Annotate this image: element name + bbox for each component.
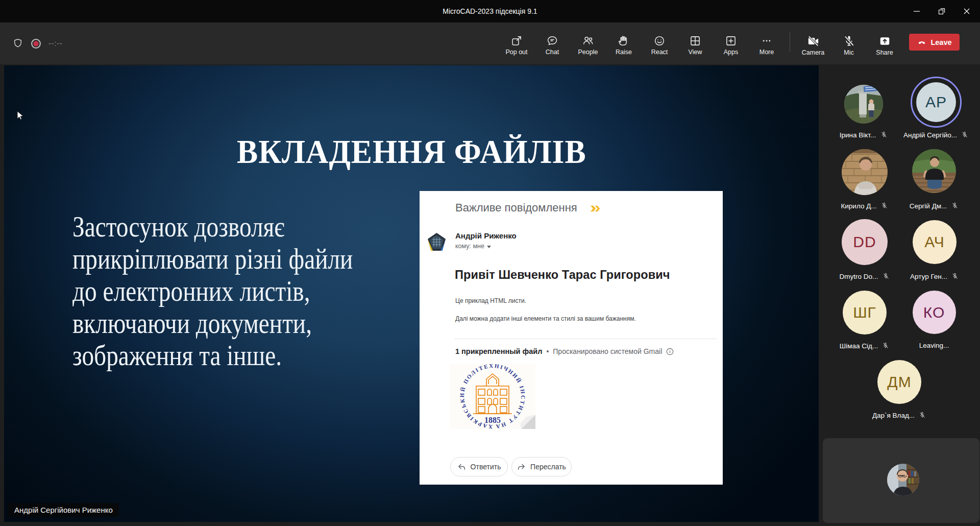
expand-details-icon: [487, 246, 491, 248]
apps-icon: [724, 34, 738, 47]
slide-body-line: до електронних листів,: [72, 275, 353, 307]
attachment-thumbnail[interactable]: ХАРКІВСЬКИЙ ПОЛІТЕХНІЧНИЙ ІНСТИТУТ НАЦІО…: [450, 364, 535, 429]
participant-name-row: Ірина Вікт...: [840, 131, 888, 139]
more-button[interactable]: More: [749, 22, 785, 64]
shield-icon: [12, 37, 23, 50]
restore-icon: [937, 6, 947, 16]
view-label: View: [689, 49, 702, 56]
forward-button[interactable]: Переслать: [511, 457, 572, 476]
mic-off-icon: [950, 202, 959, 210]
mic-off-icon: [881, 342, 890, 350]
participant-avatar[interactable]: ШГ: [843, 291, 887, 334]
logo-year: 1885: [484, 416, 501, 424]
participant-avatar-photo[interactable]: [842, 149, 888, 195]
apps-label: Apps: [724, 49, 739, 56]
participant-avatar-ring: АР: [911, 77, 962, 128]
participants-rail: Ірина Вікт...АРАндрій Сергійо...Кирило Д…: [819, 64, 980, 526]
participant-avatar-photo[interactable]: [844, 85, 883, 124]
participant-avatar-photo[interactable]: [912, 149, 956, 193]
participant-name-row: Шімаа Сід...: [840, 342, 890, 350]
avatar-initials: ДМ: [887, 373, 911, 391]
email-body-line1: Це приклад HTML листи.: [455, 297, 526, 304]
close-button[interactable]: [954, 0, 979, 22]
participant-name: Андрій Сергійо...: [903, 131, 957, 139]
chat-button[interactable]: Chat: [534, 22, 570, 64]
mic-off-icon: [879, 131, 888, 139]
maximize-button[interactable]: [929, 0, 954, 22]
scanned-by-gmail-label: Просканировано системой Gmail: [553, 347, 662, 355]
info-icon[interactable]: [666, 348, 674, 355]
email-subject: Привіт Шевченко Тарас Григорович: [455, 268, 670, 282]
avatar-initials: ШГ: [853, 304, 876, 321]
participant-name-row: Сергій Дм...: [910, 202, 959, 210]
slide-body-text: Застосунок дозволяєприкріплювати різні ф…: [72, 211, 404, 372]
people-label: People: [578, 49, 598, 56]
participant-avatar[interactable]: КО: [913, 291, 956, 334]
camera-button[interactable]: Camera: [795, 22, 831, 64]
people-button[interactable]: People: [570, 22, 606, 64]
raise-label: Raise: [616, 49, 632, 56]
leave-button[interactable]: Leave: [909, 34, 960, 51]
view-button[interactable]: View: [677, 22, 713, 64]
attachment-count: 1 прикрепленный файл: [455, 347, 542, 355]
more-label: More: [760, 49, 774, 56]
participant-avatar[interactable]: ДМ: [877, 360, 921, 404]
apps-button[interactable]: Apps: [713, 22, 749, 64]
raise-icon: [617, 34, 630, 47]
reply-arrow-icon: [457, 463, 466, 471]
gmail-banner: Важливе повідомлення: [455, 201, 577, 214]
window-title: MicroCAD-2023 підсекція 9.1: [0, 0, 980, 22]
close-icon: [962, 6, 972, 16]
toolbar-separator: [790, 33, 790, 52]
minimize-button[interactable]: [904, 0, 929, 22]
participant-name: Кирило Д...: [841, 202, 876, 210]
raise-button[interactable]: Raise: [606, 22, 642, 64]
minimize-icon: [912, 6, 922, 16]
participant-avatar[interactable]: АР: [916, 82, 956, 122]
participant-name: Ірина Вікт...: [840, 131, 876, 139]
reply-button[interactable]: Ответить: [450, 457, 508, 476]
presentation-slide: ВКЛАДЕННЯ ФАЙЛІВ Застосунок дозволяєприк…: [4, 65, 819, 522]
share-button[interactable]: Share: [867, 22, 902, 64]
importance-marker-icon: [590, 205, 601, 212]
gmail-screenshot: Важливе повідомлення Андрій Риженко кому…: [420, 191, 723, 485]
react-label: React: [651, 49, 668, 56]
meeting-toolbar: --:-- Pop outChatPeopleRaiseReactViewApp…: [0, 22, 980, 64]
meeting-timer: --:--: [48, 39, 63, 47]
camera-icon: [806, 34, 820, 48]
self-avatar: [887, 464, 919, 496]
participant-name-row: Дар`я Влад...: [872, 411, 926, 419]
mic-icon: [842, 34, 856, 48]
shared-content-stage: ВКЛАДЕННЯ ФАЙЛІВ Застосунок дозволяєприк…: [0, 64, 980, 526]
participant-name: Дар`я Влад...: [872, 412, 915, 419]
popout-button[interactable]: Pop out: [499, 22, 534, 64]
participant-name-row: Dmytro Do...: [840, 272, 890, 280]
title-bar: MicroCAD-2023 підсекція 9.1: [0, 0, 980, 22]
people-icon: [581, 34, 595, 47]
share-icon: [878, 34, 892, 48]
participant-name-row: Leaving...: [919, 342, 949, 349]
view-icon: [689, 34, 702, 47]
mic-off-icon: [881, 272, 890, 280]
mic-off-icon: [918, 411, 926, 419]
slide-title: ВКЛАДЕННЯ ФАЙЛІВ: [4, 136, 819, 168]
email-body-line2: Далі можна додати інші елементи та стилі…: [455, 315, 636, 322]
mic-button[interactable]: Mic: [831, 22, 867, 64]
recipient-row[interactable]: кому: мне: [455, 243, 491, 250]
react-button[interactable]: React: [642, 22, 677, 64]
participant-name: Артур Ген...: [910, 273, 947, 280]
chat-icon: [546, 34, 559, 47]
avatar-initials: АР: [925, 93, 947, 111]
self-view-tile[interactable]: [823, 438, 979, 523]
avatar-initials: DD: [853, 233, 876, 251]
mic-label: Mic: [844, 50, 853, 56]
participant-avatar[interactable]: DD: [842, 219, 888, 265]
attachment-divider: [455, 339, 717, 339]
leave-label: Leave: [930, 38, 951, 46]
react-icon: [653, 34, 666, 47]
recording-indicator-icon: [31, 38, 41, 49]
participant-avatar[interactable]: АЧ: [913, 220, 957, 264]
participant-name: Leaving...: [919, 342, 949, 349]
hangup-icon: [917, 37, 927, 47]
mic-off-icon: [961, 131, 969, 139]
